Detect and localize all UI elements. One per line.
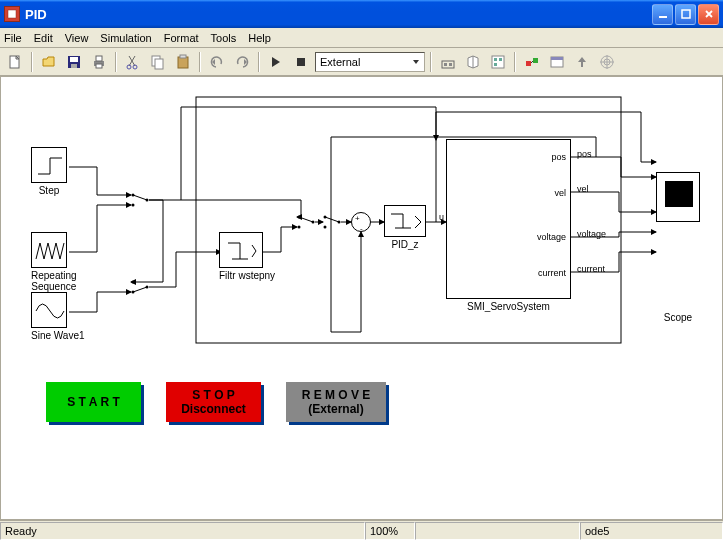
block-label-plant: SMI_ServoSystem	[446, 301, 571, 312]
svg-rect-1	[659, 16, 667, 18]
svg-point-41	[324, 226, 327, 229]
connect-target-icon[interactable]	[521, 51, 543, 73]
signal-label-u: u	[439, 212, 444, 222]
block-label-filter: Filtr wstepny	[219, 270, 275, 281]
outer-port-vel: vel	[577, 184, 589, 194]
svg-rect-5	[70, 57, 78, 62]
minimize-button[interactable]	[652, 4, 673, 25]
block-sum[interactable]: +-	[351, 212, 371, 232]
cut-icon[interactable]	[122, 51, 144, 73]
simulation-mode-value: External	[320, 56, 360, 68]
block-label-scope: Scope	[656, 312, 700, 323]
remove-button[interactable]: R E M O V E (External)	[286, 382, 386, 422]
toolbar-separator	[258, 52, 260, 72]
menu-help[interactable]: Help	[248, 32, 271, 44]
model-canvas[interactable]: Step Repeating Sequence Sine Wave1 Filtr…	[0, 76, 723, 520]
remove-button-label-1: R E M O V E	[302, 388, 371, 402]
start-button[interactable]: S T A R T	[46, 382, 141, 422]
menu-format[interactable]: Format	[164, 32, 199, 44]
start-button-label: S T A R T	[67, 395, 119, 409]
toolbar-separator	[430, 52, 432, 72]
stop-button-label-2: Disconnect	[181, 402, 246, 416]
model-explorer-icon[interactable]	[487, 51, 509, 73]
block-repeating-sequence[interactable]: Repeating Sequence	[31, 232, 77, 292]
stop-button-label-1: S T O P	[192, 388, 235, 402]
svg-rect-45	[665, 181, 693, 207]
svg-rect-13	[155, 59, 163, 69]
svg-rect-22	[499, 58, 502, 61]
block-scope[interactable]: Scope	[656, 172, 700, 323]
library-icon[interactable]	[462, 51, 484, 73]
svg-rect-6	[71, 64, 77, 68]
block-label-pid: PID_z	[384, 239, 426, 250]
status-ready: Ready	[0, 522, 365, 540]
simulation-mode-select[interactable]: External	[315, 52, 425, 72]
toolbar-separator	[199, 52, 201, 72]
svg-text:+: +	[355, 214, 360, 223]
block-pid[interactable]: PID_z	[384, 205, 426, 250]
stop-button[interactable]: S T O P Disconnect	[166, 382, 261, 422]
toolbar-separator	[115, 52, 117, 72]
close-button[interactable]	[698, 4, 719, 25]
manual-switch-4[interactable]	[323, 213, 341, 231]
window-title: PID	[25, 7, 652, 22]
window-controls	[652, 4, 719, 25]
svg-rect-21	[494, 58, 497, 61]
svg-point-34	[132, 281, 135, 284]
svg-rect-15	[180, 55, 186, 58]
port-label-vel: vel	[554, 188, 566, 198]
play-icon[interactable]	[265, 51, 287, 73]
toolbar: External	[0, 48, 723, 76]
menu-view[interactable]: View	[65, 32, 89, 44]
build-icon[interactable]	[437, 51, 459, 73]
manual-switch-1[interactable]	[131, 191, 149, 209]
block-step[interactable]: Step	[31, 147, 67, 196]
menu-file[interactable]: File	[4, 32, 22, 44]
outer-port-current: current	[577, 264, 605, 274]
print-icon[interactable]	[88, 51, 110, 73]
svg-rect-24	[526, 61, 531, 66]
svg-rect-2	[682, 10, 690, 18]
toolbar-separator	[514, 52, 516, 72]
port-label-voltage: voltage	[537, 232, 566, 242]
redo-icon[interactable]	[231, 51, 253, 73]
remove-button-label-2: (External)	[308, 402, 363, 416]
block-sine-wave[interactable]: Sine Wave1	[31, 292, 85, 341]
stop-icon[interactable]	[290, 51, 312, 73]
svg-rect-16	[297, 58, 305, 66]
menu-tools[interactable]: Tools	[211, 32, 237, 44]
port-label-current: current	[538, 268, 566, 278]
up-icon[interactable]	[571, 51, 593, 73]
block-label-sine: Sine Wave1	[31, 330, 85, 341]
chevron-down-icon	[412, 56, 420, 68]
port-label-pos: pos	[551, 152, 566, 162]
svg-rect-23	[494, 63, 497, 66]
menu-edit[interactable]: Edit	[34, 32, 53, 44]
svg-rect-19	[449, 63, 452, 66]
paste-icon[interactable]	[172, 51, 194, 73]
menubar: File Edit View Simulation Format Tools H…	[0, 28, 723, 48]
status-zoom: 100%	[365, 522, 415, 540]
svg-rect-25	[533, 58, 538, 63]
maximize-button[interactable]	[675, 4, 696, 25]
svg-rect-27	[551, 57, 563, 60]
new-icon[interactable]	[4, 51, 26, 73]
undo-icon[interactable]	[206, 51, 228, 73]
svg-rect-17	[442, 61, 454, 68]
block-filter[interactable]: Filtr wstepny	[219, 232, 275, 281]
copy-icon[interactable]	[147, 51, 169, 73]
manual-switch-3[interactable]	[297, 213, 315, 231]
save-icon[interactable]	[63, 51, 85, 73]
update-icon[interactable]	[546, 51, 568, 73]
svg-rect-9	[96, 64, 102, 68]
menu-simulation[interactable]: Simulation	[100, 32, 151, 44]
titlebar: PID	[0, 0, 723, 28]
manual-switch-2[interactable]	[131, 278, 149, 296]
statusbar: Ready 100% ode5	[0, 520, 723, 540]
svg-point-38	[298, 226, 301, 229]
target-icon[interactable]	[596, 51, 618, 73]
svg-rect-20	[492, 56, 504, 68]
open-icon[interactable]	[38, 51, 60, 73]
svg-rect-18	[444, 63, 447, 66]
block-plant[interactable]: pos vel voltage current SMI_ServoSystem	[446, 139, 571, 312]
